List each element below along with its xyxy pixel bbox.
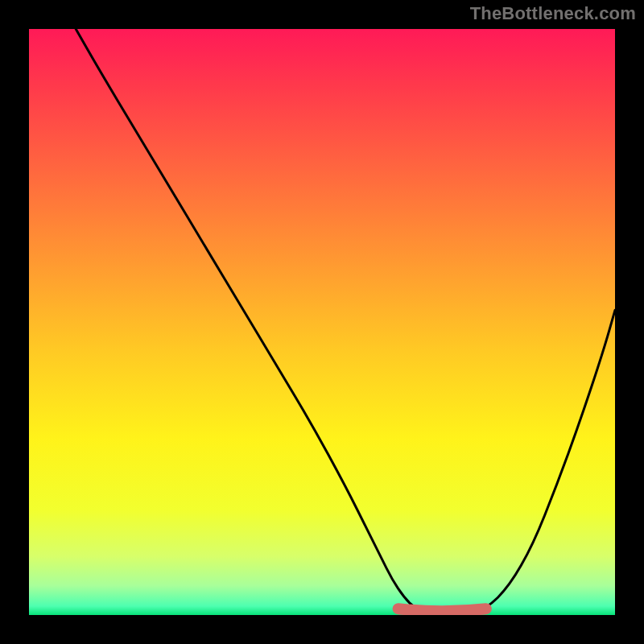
gradient-panel [29,29,615,615]
chart-container: TheBottleneck.com [0,0,644,644]
flat-minimum-marker [398,609,486,611]
plot-area [29,29,615,615]
watermark-text: TheBottleneck.com [470,3,636,24]
plot-svg [29,29,615,615]
